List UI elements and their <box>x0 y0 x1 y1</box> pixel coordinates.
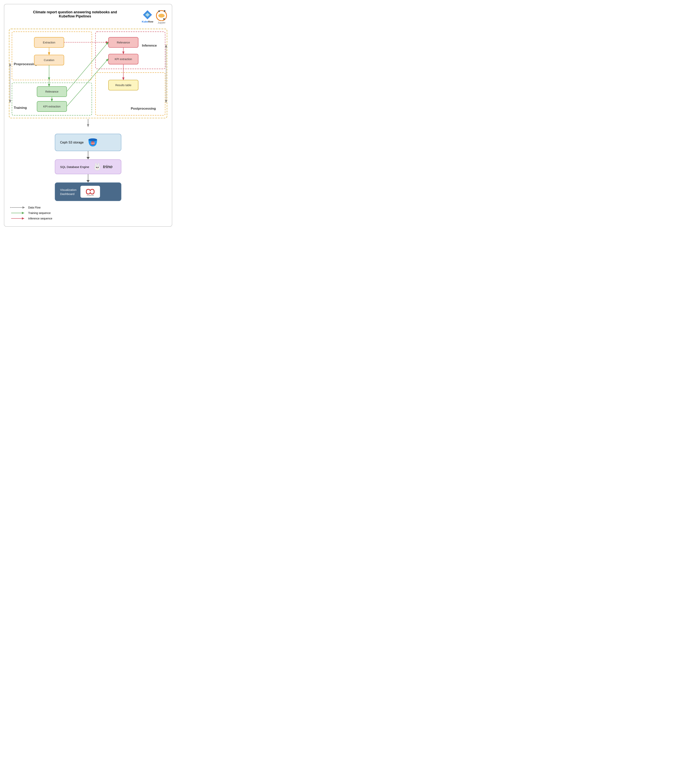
training-seq-label: Training sequence <box>28 211 51 214</box>
superset-icon: Superset <box>80 186 100 198</box>
svg-point-42 <box>97 168 98 169</box>
page-title: Climate report question answering notebo… <box>28 10 122 18</box>
inference-seq-icon <box>10 217 26 220</box>
results-table-node: Results table <box>115 83 131 87</box>
svg-point-40 <box>96 167 97 168</box>
postprocessing-label: Postprocessing <box>131 107 156 110</box>
kubeflow-logo: Kubeflow <box>142 10 154 23</box>
inference-seq-label: Inference sequence <box>28 217 52 220</box>
data-flow-label: Data Flow <box>28 206 41 209</box>
svg-point-38 <box>95 163 97 167</box>
svg-text:Superset: Superset <box>87 194 94 196</box>
extraction-node: Extraction <box>43 41 55 44</box>
arrow-storage-to-sql <box>87 151 90 159</box>
kpi-training-node: KPI extraction <box>43 105 60 108</box>
svg-point-4 <box>158 14 165 18</box>
storage-label: Ceph S3 storage <box>60 141 83 144</box>
ceph-storage-box: Ceph S3 storage ceph <box>55 134 121 151</box>
curation-node: Curation <box>44 59 54 62</box>
viz-box: VisualizationDashboard Superset <box>55 183 121 201</box>
svg-text:ceph: ceph <box>91 142 95 144</box>
viz-label: VisualizationDashboard <box>60 188 77 196</box>
svg-point-6 <box>163 18 165 20</box>
relevance-inference-node: Relevance <box>117 41 130 44</box>
title-area: Climate report question answering notebo… <box>8 8 168 24</box>
inference-label: Inference <box>142 44 157 47</box>
legend-training: Training sequence <box>10 211 168 214</box>
ceph-icon: ceph <box>88 137 98 148</box>
legend-inference: Inference sequence <box>10 217 168 220</box>
training-label: Training <box>14 106 27 109</box>
svg-point-5 <box>158 10 160 12</box>
superset-logo: Superset <box>83 187 97 196</box>
arrow-sql-to-viz <box>87 174 90 183</box>
jupyter-label: Jupyter <box>158 21 165 24</box>
preprocessing-label: Preprocessing <box>14 62 37 66</box>
svg-point-39 <box>98 163 100 167</box>
trino-icon <box>93 163 101 171</box>
svg-point-41 <box>98 167 98 168</box>
data-flow-icon <box>10 206 26 209</box>
legend-area: Data Flow Training sequence <box>8 206 168 220</box>
trino-area: trino <box>93 163 113 171</box>
pipeline-diagram: Preprocessing Training Inference Postpro… <box>8 28 168 136</box>
jupyter-icon <box>155 8 168 21</box>
legend-data-flow: Data Flow <box>10 206 168 209</box>
relevance-training-node: Relevance <box>45 90 58 93</box>
logos-area: Kubeflow Jupyter <box>142 8 168 24</box>
kubeflow-label: Kubeflow <box>142 20 154 23</box>
main-container: Climate report question answering notebo… <box>4 4 172 227</box>
svg-line-27 <box>67 59 108 106</box>
jupyter-logo: Jupyter <box>155 8 168 24</box>
svg-point-7 <box>164 10 165 12</box>
kubeflow-icon <box>142 10 153 20</box>
sql-label: SQL Database Engine <box>60 165 89 169</box>
kpi-inference-node: KPI extraction <box>115 57 132 61</box>
sql-box: SQL Database Engine trino <box>55 159 121 174</box>
training-seq-icon <box>10 212 26 214</box>
trino-label: trino <box>103 164 113 169</box>
svg-line-28 <box>67 42 108 91</box>
svg-point-34 <box>88 139 97 141</box>
